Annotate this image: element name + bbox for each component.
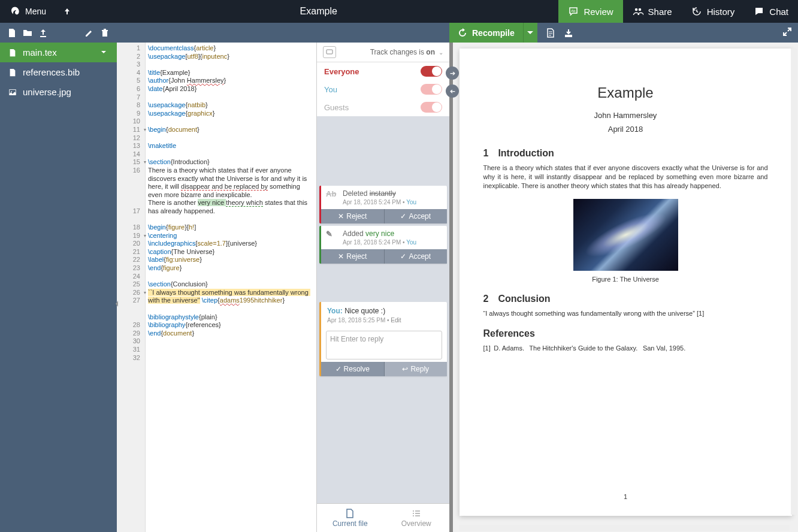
chat-button[interactable]: Chat bbox=[744, 0, 798, 23]
svg-point-4 bbox=[11, 91, 12, 92]
image-icon bbox=[8, 88, 17, 96]
back-button[interactable] bbox=[56, 0, 78, 23]
chevron-down-icon[interactable]: ⌄ bbox=[439, 49, 443, 56]
edit-link[interactable]: Edit bbox=[391, 317, 401, 324]
pdf-date: April 2018 bbox=[483, 125, 768, 134]
logs-icon[interactable] bbox=[546, 28, 555, 38]
tab-overview[interactable]: Overview bbox=[383, 504, 450, 532]
toggle-everyone[interactable] bbox=[421, 66, 442, 77]
pdf-author: John Hammersley bbox=[483, 111, 768, 120]
delete-icon[interactable] bbox=[100, 28, 110, 38]
strikethrough-icon: Ab bbox=[326, 189, 338, 205]
file-references-bib[interactable]: references.bib bbox=[0, 62, 117, 82]
code-content[interactable]: \documentclass{article}\usepackage[utf8]… bbox=[146, 43, 316, 532]
topbar: Menu Example Ab Review Share History Cha… bbox=[0, 0, 798, 23]
track-guests: Guests bbox=[317, 98, 449, 116]
chat-icon bbox=[754, 6, 764, 17]
comment-mode-icon[interactable] bbox=[323, 46, 336, 58]
accept-button[interactable]: ✓ Accept bbox=[385, 209, 448, 223]
svg-point-2 bbox=[638, 8, 641, 11]
new-folder-icon[interactable] bbox=[23, 28, 32, 38]
pdf-section-2: 2 Conclusion bbox=[483, 294, 768, 304]
history-icon bbox=[691, 6, 702, 17]
arrow-up-icon bbox=[63, 7, 71, 16]
pdf-references: References bbox=[483, 328, 768, 339]
pdf-section-1: 1 Introduction bbox=[483, 148, 768, 159]
reject-button[interactable]: ✕ Reject bbox=[321, 209, 385, 223]
pdf-body-1: There is a theory which states that if e… bbox=[483, 164, 768, 191]
file-tree: main.tex references.bib universe.jpg bbox=[0, 43, 117, 532]
svg-point-1 bbox=[634, 8, 637, 11]
go-right-icon[interactable]: ➔ bbox=[446, 66, 459, 80]
svg-text:Ab: Ab bbox=[572, 9, 576, 13]
overleaf-logo-icon bbox=[10, 6, 20, 17]
svg-rect-5 bbox=[327, 50, 332, 54]
universe-image bbox=[573, 199, 678, 271]
upload-icon[interactable] bbox=[38, 28, 48, 38]
pdf-page-number: 1 bbox=[460, 493, 792, 500]
resolve-button[interactable]: ✓ Resolve bbox=[321, 362, 385, 376]
reply-input[interactable]: Hit Enter to reply bbox=[326, 331, 442, 359]
menu-button[interactable]: Menu bbox=[0, 0, 56, 23]
file-icon bbox=[8, 68, 17, 77]
share-icon bbox=[633, 6, 643, 17]
share-button[interactable]: Share bbox=[623, 0, 682, 23]
refresh-icon bbox=[458, 28, 467, 38]
code-editor[interactable]: 1234567891011121314151617181920212223242… bbox=[117, 43, 316, 532]
collapse-left-icon[interactable] bbox=[111, 297, 124, 310]
pdf-preview: Example John Hammersley April 2018 1 Int… bbox=[453, 43, 798, 532]
toggle-you[interactable] bbox=[421, 84, 442, 95]
track-you: You bbox=[317, 80, 449, 98]
toggle-guests[interactable] bbox=[421, 102, 442, 113]
chevron-down-icon bbox=[527, 30, 533, 36]
recompile-button[interactable]: Recompile bbox=[449, 23, 523, 43]
review-pane: Track changes is on ⌄ Everyone You Guest… bbox=[316, 43, 449, 532]
review-button[interactable]: Ab Review bbox=[558, 0, 622, 23]
review-icon: Ab bbox=[568, 6, 579, 17]
toolbar: Recompile bbox=[0, 23, 798, 43]
menu-label: Menu bbox=[25, 7, 46, 16]
pdf-figure: Figure 1: The Universe bbox=[483, 199, 768, 283]
comment-card: You: Nice quote :) Apr 18, 2018 5:25 PM … bbox=[319, 302, 447, 376]
pdf-ref-body: [1] D. Adams. The Hitchhiker's Guide to … bbox=[483, 344, 768, 353]
track-changes-header: Track changes is on ⌄ bbox=[317, 43, 449, 62]
change-deleted: Ab Deleted instantly Apr 18, 2018 5:24 P… bbox=[319, 186, 447, 223]
history-button[interactable]: History bbox=[682, 0, 745, 23]
pdf-page: Example John Hammersley April 2018 1 Int… bbox=[460, 49, 792, 516]
pdf-scrollbar-horizontal[interactable] bbox=[459, 525, 790, 531]
file-universe-jpg[interactable]: universe.jpg bbox=[0, 82, 117, 102]
review-tabs: Current file Overview bbox=[317, 503, 449, 532]
go-left-icon[interactable]: ➔ bbox=[446, 84, 459, 98]
file-icon bbox=[8, 49, 17, 57]
file-icon bbox=[345, 509, 355, 518]
pdf-title: Example bbox=[483, 84, 768, 101]
list-icon bbox=[412, 509, 421, 518]
chevron-down-icon bbox=[100, 49, 108, 57]
tab-current-file[interactable]: Current file bbox=[317, 504, 383, 532]
download-icon[interactable] bbox=[564, 28, 573, 38]
line-gutter: 1234567891011121314151617181920212223242… bbox=[117, 43, 146, 532]
file-main-tex[interactable]: main.tex bbox=[0, 43, 117, 62]
reject-button[interactable]: ✕ Reject bbox=[321, 249, 385, 264]
fullscreen-icon[interactable] bbox=[782, 27, 792, 37]
pdf-body-2: “I always thought something was fundamen… bbox=[483, 309, 768, 318]
pdf-scrollbar-vertical[interactable] bbox=[791, 49, 797, 515]
track-everyone: Everyone bbox=[317, 62, 449, 80]
accept-button[interactable]: ✓ Accept bbox=[385, 249, 448, 264]
new-file-icon[interactable] bbox=[7, 28, 17, 38]
change-added: ✎ Added very nice Apr 18, 2018 5:24 PM •… bbox=[319, 226, 447, 264]
reply-button[interactable]: ↩ Reply bbox=[385, 362, 448, 376]
rename-icon[interactable] bbox=[84, 28, 94, 38]
recompile-dropdown[interactable] bbox=[523, 23, 537, 43]
project-title: Example bbox=[78, 6, 558, 17]
pencil-icon: ✎ bbox=[326, 229, 338, 246]
